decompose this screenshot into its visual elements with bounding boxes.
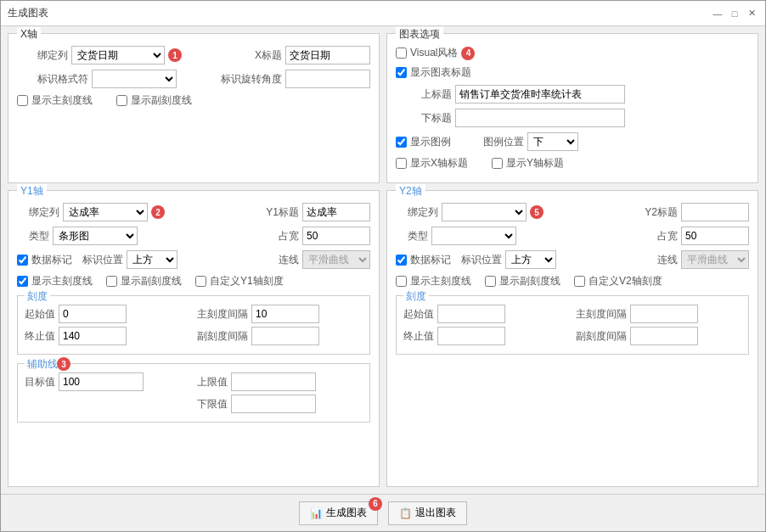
y1-target-input[interactable] xyxy=(59,372,144,391)
y1-upper-item: 上限值 xyxy=(197,372,363,391)
chart-options-panel: 图表选项 Visual风格 4 显示图表标题 上标题 xyxy=(386,33,758,183)
show-xaxis-title-check[interactable] xyxy=(396,158,407,169)
y1-bind-select[interactable]: 达成率 xyxy=(63,203,148,221)
xaxis-format-row: 标识格式符 标识旋转角度 xyxy=(17,70,370,88)
show-title-row: 显示图表标题 xyxy=(396,65,749,80)
upper-title-label: 上标题 xyxy=(421,87,452,102)
y2-start-input[interactable] xyxy=(437,305,505,323)
y1-major-interval-label: 主刻度间隔 xyxy=(197,307,248,322)
main-content: X轴 绑定列 交货日期 1 X标题 标识格式符 xyxy=(1,26,765,494)
y2-type-label: 类型 xyxy=(408,229,428,244)
y1-show-major-check[interactable] xyxy=(17,276,28,287)
xaxis-format-label: 标识格式符 xyxy=(37,72,88,87)
y1-bind-label: 绑定列 xyxy=(29,205,59,220)
title-bar: 生成图表 — □ ✕ xyxy=(1,1,765,26)
y1-bind-row: 绑定列 达成率 2 Y1标题 xyxy=(17,203,370,221)
y1-end-item: 终止值 xyxy=(25,327,190,345)
close-btn[interactable]: ✕ xyxy=(745,7,758,20)
y1-type-select[interactable]: 条形图 xyxy=(53,227,138,245)
xaxis-bind-select[interactable]: 交货日期 xyxy=(71,46,165,64)
axis-title-row: 显示X轴标题 显示Y轴标题 xyxy=(396,156,749,171)
y2-minor-interval-input[interactable] xyxy=(630,327,698,345)
xaxis-show-minor-check[interactable] xyxy=(116,95,127,106)
y2-custom-tick-check[interactable] xyxy=(574,276,585,287)
bottom-bar: 📊 生成图表 6 📋 退出图表 xyxy=(1,494,765,531)
y1-aux-title: 辅助线 xyxy=(25,357,60,372)
generate-btn[interactable]: 📊 生成图表 6 xyxy=(299,501,378,525)
y2-show-minor-check[interactable] xyxy=(485,276,496,287)
y1-upper-input[interactable] xyxy=(231,372,316,391)
legend-pos-select[interactable]: 下 xyxy=(527,132,578,151)
y1-mark-row: 数据标记 标识位置 上方 连线 平滑曲线 xyxy=(17,250,370,269)
y2-width-input[interactable] xyxy=(681,227,749,245)
y1-connect-label: 连线 xyxy=(279,253,299,267)
y2-end-label: 终止值 xyxy=(403,329,434,344)
y1-show-minor-check[interactable] xyxy=(106,276,117,287)
y1-ylabel-input[interactable] xyxy=(302,203,370,221)
y2-start-item: 起始值 xyxy=(403,305,569,323)
xaxis-show-major-label: 显示主刻度线 xyxy=(31,93,93,108)
show-yaxis-title-check[interactable] xyxy=(492,158,503,169)
y1-aux-grid: 目标值 上限值 下限值 xyxy=(25,372,363,413)
y1-data-mark-check[interactable] xyxy=(17,255,28,266)
xaxis-bind-row: 绑定列 交货日期 1 X标题 xyxy=(17,46,370,64)
upper-title-input[interactable] xyxy=(455,85,625,104)
visual-label: Visual风格 xyxy=(410,46,458,60)
xaxis-xlabel-input[interactable] xyxy=(285,46,370,64)
y2-connect-select[interactable]: 平滑曲线 xyxy=(681,250,749,269)
y1axis-title: Y1轴 xyxy=(17,184,47,199)
y1-mark-pos-label: 标识位置 xyxy=(82,253,123,267)
y2-major-interval-input[interactable] xyxy=(630,305,698,323)
y2-custom-tick-label: 自定义V2轴刻度 xyxy=(589,274,662,288)
y1-mark-pos-select[interactable]: 上方 xyxy=(127,250,177,269)
y2-major-interval-label: 主刻度间隔 xyxy=(576,307,627,322)
y1-width-input[interactable] xyxy=(302,227,370,245)
y2-end-input[interactable] xyxy=(437,327,505,345)
y1-target-item: 目标值 xyxy=(25,372,190,391)
y1-end-input[interactable] xyxy=(59,327,127,345)
show-title-check[interactable] xyxy=(396,67,407,78)
xaxis-title: X轴 xyxy=(17,27,41,42)
xaxis-show-major-check[interactable] xyxy=(17,95,28,106)
show-xaxis-title-label: 显示X轴标题 xyxy=(410,156,468,171)
y1-start-label: 起始值 xyxy=(25,307,55,322)
lower-title-input[interactable] xyxy=(455,109,625,127)
xaxis-panel: X轴 绑定列 交货日期 1 X标题 标识格式符 xyxy=(8,33,380,183)
y1-start-input[interactable] xyxy=(59,305,127,323)
y2-ylabel-label: Y2标题 xyxy=(645,205,678,220)
badge-1: 1 xyxy=(168,48,182,62)
y1-lower-input[interactable] xyxy=(231,395,316,413)
xaxis-bind-label: 绑定列 xyxy=(37,48,68,63)
y2-mark-row: 数据标记 标识位置 上方 连线 平滑曲线 xyxy=(396,250,749,269)
show-legend-check[interactable] xyxy=(396,137,407,148)
y2axis-title: Y2轴 xyxy=(396,184,425,199)
y1-ylabel-label: Y1标题 xyxy=(266,205,299,220)
y1-major-interval-input[interactable] xyxy=(251,305,319,323)
visual-check[interactable] xyxy=(396,48,407,59)
y1-data-mark-label: 数据标记 xyxy=(31,253,72,267)
y1-minor-interval-input[interactable] xyxy=(251,327,319,345)
y1-connect-select[interactable]: 平滑曲线 xyxy=(302,250,370,269)
maximize-btn[interactable]: □ xyxy=(728,7,741,20)
y1-custom-tick-check[interactable] xyxy=(195,276,206,287)
y2-bind-select[interactable] xyxy=(442,203,527,221)
y2-ylabel-input[interactable] xyxy=(681,203,749,221)
y2-data-mark-check[interactable] xyxy=(396,255,407,266)
xaxis-format-select[interactable] xyxy=(92,70,177,88)
y1-show-minor-label: 显示副刻度线 xyxy=(121,274,182,288)
y2-show-major-check[interactable] xyxy=(396,276,407,287)
chart-options-title: 图表选项 xyxy=(396,27,443,42)
y2-type-select[interactable] xyxy=(431,227,516,245)
exit-btn[interactable]: 📋 退出图表 xyxy=(388,501,467,525)
xaxis-rotate-input[interactable] xyxy=(285,70,370,88)
exit-icon: 📋 xyxy=(399,507,412,519)
y2-mark-pos-select[interactable]: 上方 xyxy=(505,250,556,269)
y2-minor-interval-item: 副刻度间隔 xyxy=(576,327,741,345)
badge-2: 2 xyxy=(151,205,165,219)
minimize-btn[interactable]: — xyxy=(711,7,724,20)
y2-bind-label: 绑定列 xyxy=(408,205,438,220)
y2-major-interval-item: 主刻度间隔 xyxy=(576,305,741,323)
window-title: 生成图表 xyxy=(8,6,48,20)
lower-title-row: 下标题 xyxy=(421,109,749,127)
badge-4: 4 xyxy=(461,47,475,60)
